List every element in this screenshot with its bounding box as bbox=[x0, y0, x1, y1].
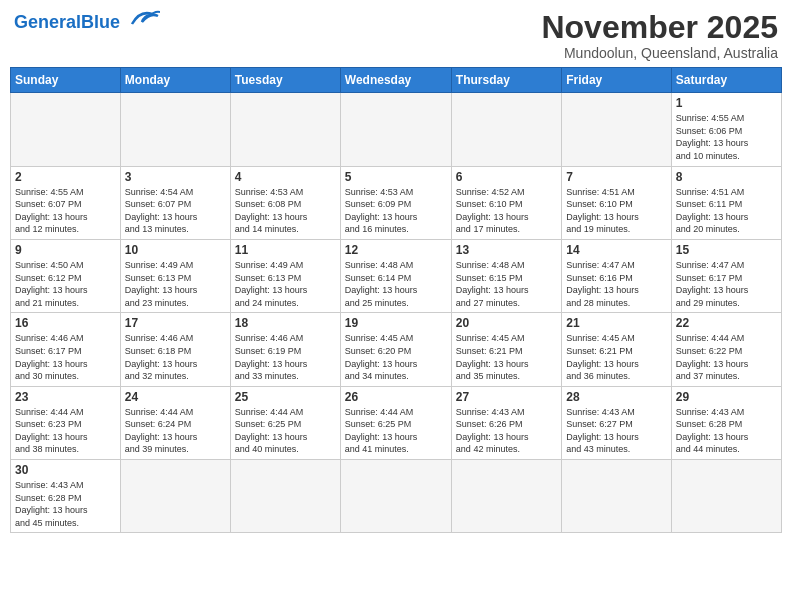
day-info: Sunrise: 4:44 AM Sunset: 6:24 PM Dayligh… bbox=[125, 406, 226, 456]
day-info: Sunrise: 4:52 AM Sunset: 6:10 PM Dayligh… bbox=[456, 186, 557, 236]
calendar-cell bbox=[451, 93, 561, 166]
calendar-cell: 2Sunrise: 4:55 AM Sunset: 6:07 PM Daylig… bbox=[11, 166, 121, 239]
calendar-week-row: 1Sunrise: 4:55 AM Sunset: 6:06 PM Daylig… bbox=[11, 93, 782, 166]
day-info: Sunrise: 4:44 AM Sunset: 6:22 PM Dayligh… bbox=[676, 332, 777, 382]
day-info: Sunrise: 4:51 AM Sunset: 6:10 PM Dayligh… bbox=[566, 186, 666, 236]
logo: GeneralBlue bbox=[14, 10, 160, 34]
day-number: 29 bbox=[676, 390, 777, 404]
day-info: Sunrise: 4:43 AM Sunset: 6:28 PM Dayligh… bbox=[676, 406, 777, 456]
day-info: Sunrise: 4:43 AM Sunset: 6:27 PM Dayligh… bbox=[566, 406, 666, 456]
calendar-cell bbox=[230, 93, 340, 166]
day-number: 22 bbox=[676, 316, 777, 330]
day-number: 27 bbox=[456, 390, 557, 404]
calendar-header-sunday: Sunday bbox=[11, 68, 121, 93]
day-number: 14 bbox=[566, 243, 666, 257]
day-info: Sunrise: 4:50 AM Sunset: 6:12 PM Dayligh… bbox=[15, 259, 116, 309]
calendar-cell bbox=[340, 93, 451, 166]
calendar-cell: 4Sunrise: 4:53 AM Sunset: 6:08 PM Daylig… bbox=[230, 166, 340, 239]
day-info: Sunrise: 4:46 AM Sunset: 6:17 PM Dayligh… bbox=[15, 332, 116, 382]
day-number: 2 bbox=[15, 170, 116, 184]
calendar-header-wednesday: Wednesday bbox=[340, 68, 451, 93]
day-info: Sunrise: 4:54 AM Sunset: 6:07 PM Dayligh… bbox=[125, 186, 226, 236]
calendar-week-row: 9Sunrise: 4:50 AM Sunset: 6:12 PM Daylig… bbox=[11, 239, 782, 312]
calendar-cell: 10Sunrise: 4:49 AM Sunset: 6:13 PM Dayli… bbox=[120, 239, 230, 312]
day-number: 25 bbox=[235, 390, 336, 404]
day-number: 23 bbox=[15, 390, 116, 404]
day-number: 8 bbox=[676, 170, 777, 184]
calendar-cell: 24Sunrise: 4:44 AM Sunset: 6:24 PM Dayli… bbox=[120, 386, 230, 459]
day-number: 30 bbox=[15, 463, 116, 477]
day-number: 3 bbox=[125, 170, 226, 184]
day-info: Sunrise: 4:43 AM Sunset: 6:28 PM Dayligh… bbox=[15, 479, 116, 529]
calendar-week-row: 16Sunrise: 4:46 AM Sunset: 6:17 PM Dayli… bbox=[11, 313, 782, 386]
calendar-cell: 3Sunrise: 4:54 AM Sunset: 6:07 PM Daylig… bbox=[120, 166, 230, 239]
day-number: 28 bbox=[566, 390, 666, 404]
day-number: 4 bbox=[235, 170, 336, 184]
calendar-header-monday: Monday bbox=[120, 68, 230, 93]
calendar-cell: 26Sunrise: 4:44 AM Sunset: 6:25 PM Dayli… bbox=[340, 386, 451, 459]
day-info: Sunrise: 4:46 AM Sunset: 6:18 PM Dayligh… bbox=[125, 332, 226, 382]
calendar-cell: 29Sunrise: 4:43 AM Sunset: 6:28 PM Dayli… bbox=[671, 386, 781, 459]
calendar-cell bbox=[11, 93, 121, 166]
calendar-cell: 7Sunrise: 4:51 AM Sunset: 6:10 PM Daylig… bbox=[562, 166, 671, 239]
month-title: November 2025 bbox=[541, 10, 778, 45]
calendar-cell: 1Sunrise: 4:55 AM Sunset: 6:06 PM Daylig… bbox=[671, 93, 781, 166]
day-info: Sunrise: 4:53 AM Sunset: 6:08 PM Dayligh… bbox=[235, 186, 336, 236]
calendar-cell: 20Sunrise: 4:45 AM Sunset: 6:21 PM Dayli… bbox=[451, 313, 561, 386]
calendar-cell: 27Sunrise: 4:43 AM Sunset: 6:26 PM Dayli… bbox=[451, 386, 561, 459]
calendar-cell: 11Sunrise: 4:49 AM Sunset: 6:13 PM Dayli… bbox=[230, 239, 340, 312]
calendar-header-friday: Friday bbox=[562, 68, 671, 93]
calendar-cell: 28Sunrise: 4:43 AM Sunset: 6:27 PM Dayli… bbox=[562, 386, 671, 459]
day-number: 5 bbox=[345, 170, 447, 184]
calendar-cell: 13Sunrise: 4:48 AM Sunset: 6:15 PM Dayli… bbox=[451, 239, 561, 312]
day-info: Sunrise: 4:53 AM Sunset: 6:09 PM Dayligh… bbox=[345, 186, 447, 236]
day-info: Sunrise: 4:47 AM Sunset: 6:16 PM Dayligh… bbox=[566, 259, 666, 309]
calendar-cell: 16Sunrise: 4:46 AM Sunset: 6:17 PM Dayli… bbox=[11, 313, 121, 386]
day-info: Sunrise: 4:48 AM Sunset: 6:14 PM Dayligh… bbox=[345, 259, 447, 309]
calendar-cell: 19Sunrise: 4:45 AM Sunset: 6:20 PM Dayli… bbox=[340, 313, 451, 386]
day-number: 10 bbox=[125, 243, 226, 257]
calendar-cell bbox=[671, 460, 781, 533]
calendar-cell bbox=[562, 460, 671, 533]
day-info: Sunrise: 4:47 AM Sunset: 6:17 PM Dayligh… bbox=[676, 259, 777, 309]
calendar-header-row: SundayMondayTuesdayWednesdayThursdayFrid… bbox=[11, 68, 782, 93]
day-info: Sunrise: 4:44 AM Sunset: 6:23 PM Dayligh… bbox=[15, 406, 116, 456]
calendar-cell: 12Sunrise: 4:48 AM Sunset: 6:14 PM Dayli… bbox=[340, 239, 451, 312]
page-header: GeneralBlue November 2025 Mundoolun, Que… bbox=[10, 10, 782, 61]
day-number: 26 bbox=[345, 390, 447, 404]
calendar-cell bbox=[230, 460, 340, 533]
day-info: Sunrise: 4:55 AM Sunset: 6:07 PM Dayligh… bbox=[15, 186, 116, 236]
day-info: Sunrise: 4:44 AM Sunset: 6:25 PM Dayligh… bbox=[345, 406, 447, 456]
calendar-cell: 21Sunrise: 4:45 AM Sunset: 6:21 PM Dayli… bbox=[562, 313, 671, 386]
day-number: 9 bbox=[15, 243, 116, 257]
logo-bird-icon bbox=[122, 6, 160, 34]
day-number: 12 bbox=[345, 243, 447, 257]
calendar-cell: 8Sunrise: 4:51 AM Sunset: 6:11 PM Daylig… bbox=[671, 166, 781, 239]
day-info: Sunrise: 4:45 AM Sunset: 6:21 PM Dayligh… bbox=[566, 332, 666, 382]
calendar-cell: 14Sunrise: 4:47 AM Sunset: 6:16 PM Dayli… bbox=[562, 239, 671, 312]
day-number: 13 bbox=[456, 243, 557, 257]
day-number: 15 bbox=[676, 243, 777, 257]
calendar-cell: 30Sunrise: 4:43 AM Sunset: 6:28 PM Dayli… bbox=[11, 460, 121, 533]
day-number: 7 bbox=[566, 170, 666, 184]
calendar-cell bbox=[120, 460, 230, 533]
calendar-cell bbox=[120, 93, 230, 166]
day-info: Sunrise: 4:43 AM Sunset: 6:26 PM Dayligh… bbox=[456, 406, 557, 456]
calendar-cell: 25Sunrise: 4:44 AM Sunset: 6:25 PM Dayli… bbox=[230, 386, 340, 459]
calendar-cell: 17Sunrise: 4:46 AM Sunset: 6:18 PM Dayli… bbox=[120, 313, 230, 386]
day-number: 20 bbox=[456, 316, 557, 330]
day-number: 16 bbox=[15, 316, 116, 330]
day-info: Sunrise: 4:48 AM Sunset: 6:15 PM Dayligh… bbox=[456, 259, 557, 309]
title-block: November 2025 Mundoolun, Queensland, Aus… bbox=[541, 10, 778, 61]
calendar-header-saturday: Saturday bbox=[671, 68, 781, 93]
day-info: Sunrise: 4:44 AM Sunset: 6:25 PM Dayligh… bbox=[235, 406, 336, 456]
day-info: Sunrise: 4:51 AM Sunset: 6:11 PM Dayligh… bbox=[676, 186, 777, 236]
calendar-cell: 18Sunrise: 4:46 AM Sunset: 6:19 PM Dayli… bbox=[230, 313, 340, 386]
calendar-week-row: 30Sunrise: 4:43 AM Sunset: 6:28 PM Dayli… bbox=[11, 460, 782, 533]
day-number: 24 bbox=[125, 390, 226, 404]
day-info: Sunrise: 4:49 AM Sunset: 6:13 PM Dayligh… bbox=[125, 259, 226, 309]
day-info: Sunrise: 4:45 AM Sunset: 6:20 PM Dayligh… bbox=[345, 332, 447, 382]
day-info: Sunrise: 4:45 AM Sunset: 6:21 PM Dayligh… bbox=[456, 332, 557, 382]
day-number: 6 bbox=[456, 170, 557, 184]
day-number: 21 bbox=[566, 316, 666, 330]
